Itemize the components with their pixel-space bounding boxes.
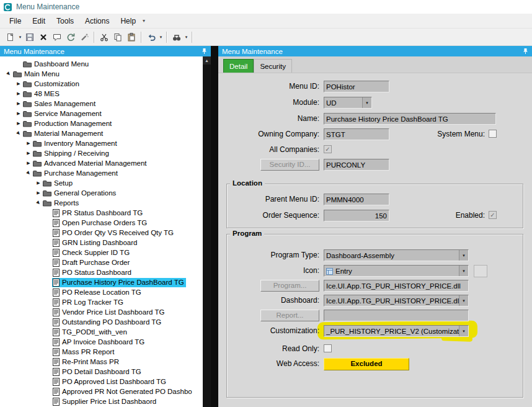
- tree-item[interactable]: PR Log Tracker TG: [0, 297, 203, 307]
- expand-icon[interactable]: ▶: [15, 91, 22, 96]
- tree-item[interactable]: Draft Purchase Order: [0, 257, 203, 267]
- tree-item[interactable]: ▶48 MES: [0, 89, 203, 99]
- web-access-value[interactable]: Excluded: [324, 358, 409, 370]
- menu-id-field[interactable]: POHistor: [324, 81, 389, 92]
- save-icon[interactable]: [23, 30, 37, 44]
- expand-icon[interactable]: ▶: [25, 161, 32, 166]
- tree-item[interactable]: AP Invoice Dashboard TG: [0, 337, 203, 347]
- enabled-checkbox[interactable]: ✓: [489, 211, 497, 219]
- tree-item[interactable]: ▶Reports: [0, 198, 203, 208]
- tree-scrollbar[interactable]: ▲: [203, 56, 211, 407]
- copy-icon[interactable]: [111, 30, 125, 44]
- tree-item[interactable]: ▶Inventory Management: [0, 138, 203, 148]
- chevron-down-icon[interactable]: ▼: [459, 266, 468, 276]
- paste-icon[interactable]: [125, 30, 138, 44]
- program-type-combo[interactable]: Dashboard-Assembly ▼: [324, 249, 469, 261]
- undo-dropdown-icon[interactable]: ▼: [158, 30, 164, 44]
- pin-icon[interactable]: [523, 48, 528, 55]
- tree-item[interactable]: Vendor Price List Dashboard TG: [0, 307, 203, 317]
- menu-tools[interactable]: Tools: [51, 15, 79, 27]
- read-only-checkbox[interactable]: [324, 344, 332, 352]
- program-button[interactable]: Program...: [260, 280, 319, 292]
- tree-item[interactable]: Mass PR Report: [0, 347, 203, 357]
- tree-item[interactable]: ▶Production Management: [0, 119, 203, 128]
- security-id-field[interactable]: PURCONLY: [324, 159, 389, 171]
- tree-item[interactable]: ▶Material Management: [0, 128, 203, 138]
- tree-item[interactable]: PO Approved List Dashboard TG: [0, 377, 203, 387]
- owning-company-field[interactable]: STGT: [324, 128, 389, 140]
- program-field[interactable]: Ice.UI.App.TG_PUR_HISTORY_PRICE.dll: [324, 280, 469, 292]
- tree-item[interactable]: ▶Advanced Material Management: [0, 158, 203, 168]
- order-sequence-field[interactable]: 150: [324, 210, 389, 221]
- tree-item[interactable]: PR Status Dashboard TG: [0, 208, 203, 218]
- menu-help[interactable]: Help: [115, 15, 141, 27]
- expand-icon[interactable]: ▶: [35, 190, 42, 195]
- panel-splitter[interactable]: [211, 46, 218, 407]
- menu-overflow-icon[interactable]: ▾: [143, 18, 145, 24]
- expand-icon[interactable]: ▶: [25, 151, 32, 156]
- tree-item[interactable]: ▶Customization: [0, 79, 203, 89]
- name-field[interactable]: Purchase History Price DashBoard TG: [324, 113, 496, 125]
- tree-item[interactable]: Open Purchase Orders TG: [0, 218, 203, 228]
- all-companies-checkbox[interactable]: ✓: [324, 145, 332, 153]
- menu-actions[interactable]: Actions: [79, 15, 115, 27]
- tree-item[interactable]: PO Status Dashboard: [0, 267, 203, 277]
- expand-icon[interactable]: ▶: [35, 181, 42, 186]
- expand-icon[interactable]: ▶: [15, 111, 22, 116]
- collapse-icon[interactable]: ▶: [4, 69, 13, 78]
- search-icon[interactable]: [170, 30, 184, 44]
- pin-icon[interactable]: [202, 48, 207, 55]
- cut-icon[interactable]: [97, 30, 111, 44]
- chevron-down-icon[interactable]: ▼: [362, 97, 371, 108]
- scroll-up-icon[interactable]: ▲: [203, 56, 211, 65]
- expand-icon[interactable]: ▶: [15, 121, 22, 126]
- tree-item[interactable]: Dashboard Menu: [0, 59, 203, 69]
- tree-item[interactable]: Outstanding PO Dashboard TG: [0, 317, 203, 327]
- dashboard-combo[interactable]: Ice.UI.App.TG_PUR_HISTORY_PRICE.dl ▼: [324, 295, 469, 306]
- expand-icon[interactable]: ▶: [25, 141, 32, 146]
- search-dropdown-icon[interactable]: ▼: [184, 30, 189, 44]
- security-id-button[interactable]: Security ID...: [260, 159, 319, 171]
- tree-item[interactable]: PO Detail Dashboard TG: [0, 367, 203, 377]
- report-button[interactable]: Report...: [260, 310, 319, 321]
- tree-item[interactable]: ▶Sales Management: [0, 99, 203, 109]
- tree-item[interactable]: ▶General Operations: [0, 188, 203, 198]
- clear-icon[interactable]: [78, 30, 91, 44]
- tree-item[interactable]: Approved PR Not Generated PO Dashbo: [0, 387, 203, 396]
- menu-edit[interactable]: Edit: [27, 15, 51, 27]
- report-field[interactable]: [324, 310, 469, 321]
- tree-item[interactable]: ▶Setup: [0, 178, 203, 188]
- delete-icon[interactable]: [37, 30, 50, 44]
- chevron-down-icon[interactable]: ▼: [459, 250, 468, 261]
- chevron-down-icon[interactable]: ▼: [459, 295, 468, 306]
- collapse-icon[interactable]: ▶: [14, 129, 23, 138]
- collapse-icon[interactable]: ▶: [34, 199, 43, 207]
- new-dropdown-icon[interactable]: ▼: [17, 30, 23, 44]
- tree-item[interactable]: ▶Shipping / Receiving: [0, 148, 203, 158]
- tree-item[interactable]: PO Release Location TG: [0, 287, 203, 297]
- tree-item[interactable]: Purchase History Price DashBoard TG: [0, 277, 203, 287]
- tree-item[interactable]: ▶Purchase Management: [0, 168, 203, 178]
- expand-icon[interactable]: ▶: [15, 101, 22, 106]
- tree-item[interactable]: TG_PODtl_with_ven: [0, 327, 203, 337]
- collapse-icon[interactable]: ▶: [24, 169, 33, 177]
- tree-item[interactable]: ▶Service Management: [0, 109, 203, 119]
- undo-icon[interactable]: [144, 30, 158, 44]
- tree-item[interactable]: PO Order Qty VS Received Qty TG: [0, 228, 203, 238]
- tree-item[interactable]: Check Suppier ID TG: [0, 248, 203, 257]
- tab-detail[interactable]: Detail: [223, 59, 254, 73]
- new-icon[interactable]: [4, 30, 17, 44]
- icon-combo[interactable]: Entry ▼: [324, 265, 469, 277]
- module-combo[interactable]: UD ▼: [324, 97, 372, 109]
- comment-icon[interactable]: [50, 30, 64, 44]
- tree-item[interactable]: Supplier Price List Dashbaord: [0, 396, 203, 406]
- menu-file[interactable]: File: [4, 15, 27, 27]
- customization-combo[interactable]: _PUR_HISTORY_PRICE_V2 (Customization) ▼: [324, 325, 469, 337]
- tree-item[interactable]: ▶Main Menu: [0, 69, 203, 79]
- expand-icon[interactable]: ▶: [15, 81, 22, 86]
- chevron-down-icon[interactable]: ▼: [459, 326, 468, 336]
- tree-item[interactable]: GRN Listing Dashboard: [0, 238, 203, 248]
- parent-menu-id-field[interactable]: PMMN4000: [324, 194, 389, 205]
- tab-security[interactable]: Security: [254, 59, 292, 73]
- system-menu-checkbox[interactable]: [489, 130, 497, 138]
